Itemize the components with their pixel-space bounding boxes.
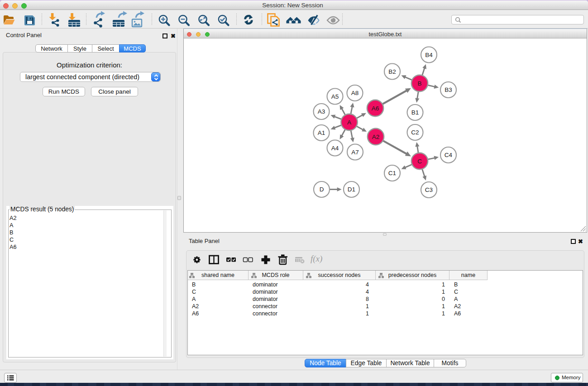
svg-text:A1: A1 — [318, 129, 325, 136]
svg-text:A4: A4 — [331, 145, 339, 152]
svg-text:A3: A3 — [318, 108, 325, 115]
svg-text:B: B — [417, 80, 421, 87]
svg-text:B4: B4 — [425, 52, 433, 58]
svg-text:B2: B2 — [388, 68, 396, 75]
svg-text:A: A — [347, 119, 351, 126]
svg-text:A2: A2 — [372, 133, 380, 140]
svg-text:B3: B3 — [445, 86, 452, 93]
svg-text:C1: C1 — [388, 170, 396, 176]
svg-text:C2: C2 — [411, 129, 419, 136]
svg-text:C4: C4 — [445, 152, 453, 158]
svg-text:A5: A5 — [331, 93, 339, 100]
svg-text:C3: C3 — [425, 186, 433, 193]
svg-text:A8: A8 — [351, 90, 359, 96]
svg-text:A6: A6 — [372, 105, 379, 112]
svg-text:A7: A7 — [351, 149, 359, 156]
svg-text:C: C — [417, 158, 422, 165]
svg-text:B1: B1 — [411, 109, 419, 116]
svg-text:D: D — [320, 186, 324, 193]
svg-text:D1: D1 — [348, 186, 355, 193]
